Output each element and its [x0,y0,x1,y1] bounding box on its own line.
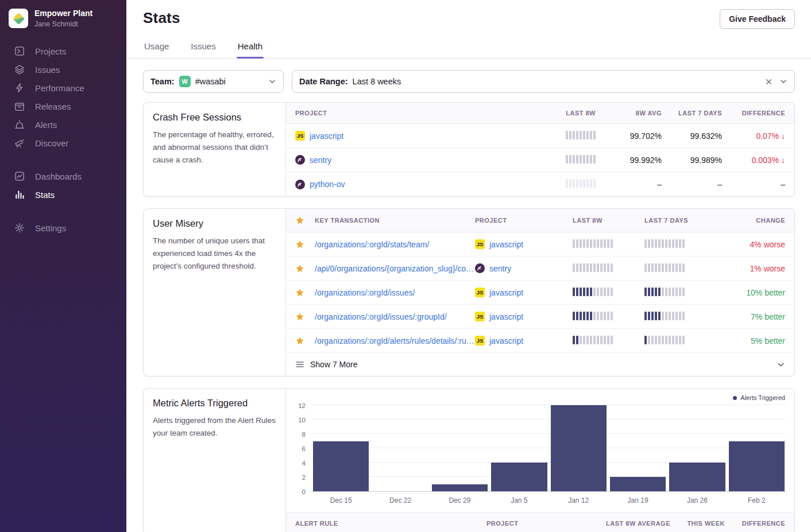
column-header: CHANGE [756,217,785,224]
sparkline [573,239,613,248]
metric-alerts-panel: Metric Alerts Triggered Alerts triggered… [143,388,795,532]
org-switcher[interactable]: Empower Plant Jane Schmidt [0,0,126,36]
transaction-link[interactable]: /organizations/:orgId/issues/ [315,288,415,297]
project-link[interactable]: javascript [489,312,523,321]
star-icon[interactable] [295,264,315,273]
date-range-value: Last 8 weeks [353,77,401,86]
panel-title: Crash Free Sessions [153,112,276,123]
date-range-select[interactable]: Date Range: Last 8 weeks [292,70,795,93]
project-cell: JSjavascript [475,312,573,321]
last-7-days-sparkline-cell [644,312,728,322]
project-link[interactable]: javascript [489,336,523,345]
transaction-link[interactable]: /api/0/organizations/{organization_slug}… [315,264,475,273]
bar-jan-5 [491,463,547,491]
last-7-days-sparkline-cell [644,239,728,250]
transaction-link[interactable]: /organizations/:orgId/alerts/rules/detai… [315,336,475,345]
sparkline [566,131,596,139]
key-transaction-star-header [295,216,315,225]
sidebar-item-projects[interactable]: Projects [0,42,126,60]
transaction-link[interactable]: /organizations/:orgId/stats/team/ [315,240,429,249]
sidebar-item-label: Releases [35,102,71,111]
chevron-down-icon[interactable] [268,77,276,86]
panel-description: Alerts triggered from the Alert Rules yo… [153,414,276,440]
crash-free-sessions-table: PROJECTLAST 8W8W AVGLAST 7 DAYSDIFFERENC… [286,103,794,196]
bar-jan-12 [551,405,607,491]
sparkline [573,288,613,296]
sidebar-item-stats[interactable]: Stats [0,185,126,204]
bar-slot [549,406,608,491]
project-link[interactable]: javascript [489,240,523,249]
panel-description: The number of unique users that experien… [153,235,276,273]
javascript-platform-icon: JS [475,336,485,345]
date-range-label: Date Range: [299,77,348,86]
transaction-cell: /organizations/:orgId/issues/ [315,288,475,297]
column-header: DIFFERENCE [742,520,785,527]
org-user: Jane Schmidt [34,20,92,28]
star-icon[interactable] [295,336,315,345]
show-more-button[interactable]: Show 7 More [286,353,794,376]
y-tick-label: 8 [302,431,306,438]
legend-label: Alerts Triggered [740,394,785,401]
chevron-down-icon[interactable] [779,77,787,86]
sidebar-item-dashboards[interactable]: Dashboards [0,167,126,185]
clear-date-range-icon[interactable] [765,78,773,86]
y-tick-label: 6 [302,445,306,452]
table-body: JSjavascript99.702%99.632%0.07% ↓sentry9… [286,124,794,196]
main-header: Stats Give Feedback [126,0,811,29]
org-logo [9,9,28,28]
difference-value: – [781,180,785,189]
team-select[interactable]: Team: W #wasabi [143,70,284,93]
project-link[interactable]: sentry [489,264,511,273]
last-8w-sparkline-cell [573,336,644,346]
team-select-value: #wasabi [195,77,226,86]
sidebar-item-label: Dashboards [35,172,82,181]
give-feedback-button[interactable]: Give Feedback [720,9,795,29]
sparkline [644,263,685,272]
star-icon[interactable] [295,288,315,297]
sidebar-item-discover[interactable]: Discover [0,134,126,152]
project-link[interactable]: sentry [310,156,331,165]
column-header: KEY TRANSACTION [315,217,475,224]
sidebar-item-settings[interactable]: Settings [0,219,126,237]
column-header: PROJECT [295,110,509,117]
project-link[interactable]: python-ov [310,180,345,189]
sparkline [573,312,613,320]
tab-usage[interactable]: Usage [143,37,170,58]
content: Team: W #wasabi Date Range: Last 8 weeks [126,59,811,532]
sparkline [644,288,685,296]
user-misery-panel: User Misery The number of unique users t… [143,208,795,376]
chart-body: 024681012 [286,406,786,492]
project-link[interactable]: javascript [489,288,523,297]
project-link[interactable]: javascript [310,131,343,141]
table-row: /organizations/:orgId/stats/team/JSjavas… [286,232,794,257]
change-value: 5% better [751,336,785,345]
tab-health[interactable]: Health [237,37,264,58]
sidebar-item-performance[interactable]: Performance [0,79,126,97]
avg-8w-value: 99.992% [630,156,662,165]
star-icon[interactable] [295,240,315,249]
bar-slot [489,406,549,491]
column-header: LAST 8W [566,110,596,117]
x-tick-label: Feb 2 [727,496,786,504]
releases-icon [14,101,25,111]
table-body: /organizations/:orgId/stats/team/JSjavas… [286,232,794,353]
bar-slot [608,406,667,491]
last-8w-sparkline-cell [566,179,596,189]
column-header: PROJECT [486,520,593,527]
table-row: /organizations/:orgId/issues/JSjavascrip… [286,281,794,305]
sentry-platform-icon [295,155,305,165]
sidebar-item-issues[interactable]: Issues [0,60,126,79]
sparkline [566,155,596,164]
page-title: Stats [143,9,180,27]
sidebar-item-releases[interactable]: Releases [0,97,126,115]
tab-issues[interactable]: Issues [190,37,217,58]
last-8w-sparkline-cell [566,131,596,141]
sidebar-item-alerts[interactable]: Alerts [0,115,126,134]
transaction-link[interactable]: /organizations/:orgId/issues/:groupId/ [315,312,447,321]
star-icon[interactable] [295,312,315,321]
javascript-platform-icon: JS [475,312,485,321]
project-cell: python-ov [295,180,509,189]
y-tick-label: 0 [302,488,306,495]
y-tick-label: 4 [302,460,306,467]
table-row: JSjavascript99.702%99.632%0.07% ↓ [286,124,794,148]
